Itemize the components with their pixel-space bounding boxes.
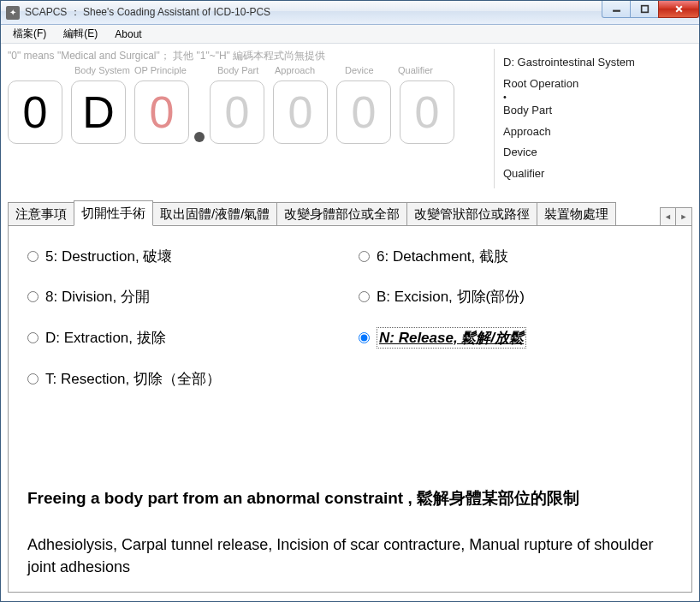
info-root-op: Root Operation [503, 74, 687, 95]
column-labels: Body System OP Principle Body Part Appro… [8, 65, 489, 79]
code-panel: "0" means "Medical and Surgical"； 其他 "1"… [8, 49, 489, 188]
description-title: Freeing a body part from an abnormal con… [27, 487, 673, 510]
option-8[interactable]: 8: Division, 分開 [27, 287, 341, 307]
separator-dot-icon [194, 132, 205, 142]
label-approach: Approach [275, 65, 315, 75]
description-examples: Adhesiolysis, Carpal tunnel release, Inc… [27, 533, 673, 578]
code-char-7[interactable]: 0 [400, 80, 454, 144]
label-N: N: Release, 鬆解/放鬆 [377, 327, 526, 349]
tab-device[interactable]: 裝置物處理 [537, 202, 616, 226]
tab-change-tubular[interactable]: 改變管狀部位或路徑 [406, 202, 537, 226]
tab-scroll: ◄ ► [660, 207, 692, 226]
label-body-system: Body System [74, 65, 130, 75]
info-qualifier: Qualifier [503, 164, 687, 185]
window-controls [602, 1, 699, 18]
top-row: "0" means "Medical and Surgical"； 其他 "1"… [8, 49, 692, 188]
close-button[interactable] [658, 1, 699, 18]
hint-text: "0" means "Medical and Surgical"； 其他 "1"… [8, 49, 489, 63]
radio-5[interactable] [27, 251, 39, 262]
option-6[interactable]: 6: Detachment, 截肢 [359, 247, 673, 266]
radio-B[interactable] [359, 291, 370, 302]
label-B: B: Excision, 切除(部份) [377, 287, 525, 307]
option-N[interactable]: N: Release, 鬆解/放鬆 [359, 327, 673, 349]
info-panel: D: Gastrointestinal System Root Operatio… [494, 49, 692, 188]
radio-T[interactable] [27, 373, 39, 384]
label-8: 8: Division, 分開 [45, 287, 150, 307]
label-device: Device [345, 65, 374, 75]
code-boxes: 0 D 0 0 0 0 0 [8, 80, 489, 144]
operation-options: 5: Destruction, 破壞 6: Detachment, 截肢 8: … [27, 247, 673, 389]
label-T: T: Resection, 切除（全部） [45, 369, 221, 389]
code-char-6[interactable]: 0 [336, 80, 391, 144]
radio-6[interactable] [359, 251, 370, 262]
maximize-button[interactable] [630, 1, 659, 18]
tab-removal[interactable]: 取出固體/液體/氣體 [152, 202, 277, 226]
app-window: ✦ SCAPCS ： Shee's Coading Assistant of I… [0, 0, 700, 602]
info-approach: Approach [503, 122, 687, 143]
info-body-part: Body Part [503, 100, 687, 122]
app-icon: ✦ [6, 6, 20, 20]
tab-content: 5: Destruction, 破壞 6: Detachment, 截肢 8: … [8, 225, 692, 593]
tab-incision[interactable]: 切開性手術 [74, 200, 153, 226]
label-6: 6: Detachment, 截肢 [377, 247, 508, 266]
info-body-system: D: Gastrointestinal System [503, 52, 687, 74]
client-area: "0" means "Medical and Surgical"； 其他 "1"… [1, 44, 699, 601]
code-char-5[interactable]: 0 [273, 80, 328, 144]
minimize-button[interactable] [602, 1, 631, 18]
menu-file[interactable]: 檔案(F) [4, 25, 55, 43]
radio-8[interactable] [27, 291, 39, 302]
option-5[interactable]: 5: Destruction, 破壞 [27, 247, 341, 266]
option-D[interactable]: D: Extraction, 拔除 [27, 327, 341, 349]
tab-notes[interactable]: 注意事項 [8, 202, 74, 226]
titlebar[interactable]: ✦ SCAPCS ： Shee's Coading Assistant of I… [1, 1, 699, 25]
label-body-part: Body Part [217, 65, 258, 75]
code-char-2[interactable]: D [71, 80, 126, 144]
tab-change-body[interactable]: 改變身體部位或全部 [276, 202, 407, 226]
info-dot: • [503, 94, 687, 100]
info-device: Device [503, 142, 687, 164]
option-T[interactable]: T: Resection, 切除（全部） [27, 369, 341, 389]
code-char-3[interactable]: 0 [134, 80, 189, 144]
label-qualifier: Qualifier [398, 65, 433, 75]
window-title: SCAPCS ： Shee's Coading Assistant of ICD… [25, 5, 270, 20]
label-op-principle: OP Principle [134, 65, 187, 75]
tab-scroll-left[interactable]: ◄ [661, 208, 676, 225]
svg-rect-1 [641, 6, 648, 13]
menubar: 檔案(F) 編輯(E) About [1, 25, 699, 44]
code-char-4[interactable]: 0 [210, 80, 264, 144]
menu-edit[interactable]: 編輯(E) [55, 25, 106, 43]
description-block: Freeing a body part from an abnormal con… [27, 462, 673, 578]
tabs: 注意事項 切開性手術 取出固體/液體/氣體 改變身體部位或全部 改變管狀部位或路… [8, 200, 692, 225]
code-char-1[interactable]: 0 [8, 80, 62, 144]
option-B[interactable]: B: Excision, 切除(部份) [359, 287, 673, 307]
tab-scroll-right[interactable]: ► [676, 208, 691, 225]
label-D: D: Extraction, 拔除 [45, 328, 166, 348]
menu-about[interactable]: About [106, 27, 150, 42]
label-5: 5: Destruction, 破壞 [45, 247, 172, 266]
radio-N[interactable] [359, 332, 370, 343]
radio-D[interactable] [27, 332, 39, 343]
